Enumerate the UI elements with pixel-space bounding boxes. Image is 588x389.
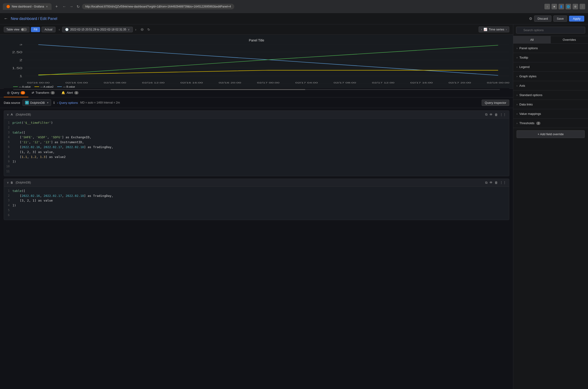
- browser-tab[interactable]: New dashboard - Grafana ×: [3, 3, 52, 10]
- code-line: 3 [3, 2, 1] as value: [4, 198, 509, 203]
- scrollbar-track[interactable]: [13, 89, 500, 90]
- tab-transform-label: Transform: [36, 91, 49, 95]
- time-range-picker[interactable]: 🕐 2022-02-15 20:51:29 to 2022-02-18 02:3…: [62, 27, 133, 32]
- code-line: 6: [4, 213, 509, 218]
- query-block-a-chevron[interactable]: ∨: [7, 113, 9, 116]
- browser-ext-1[interactable]: ↑: [544, 4, 550, 9]
- axis-chevron: ›: [517, 84, 518, 87]
- code-editor-a[interactable]: 1 print('$__timeFilter') 2 3 table([: [4, 119, 509, 176]
- tab-all[interactable]: All: [513, 36, 551, 43]
- tab-close-icon[interactable]: ×: [46, 5, 48, 8]
- datasource-selector[interactable]: D DolphinDB ▾: [23, 99, 51, 106]
- code-editor-b[interactable]: 1 table([ 2 [2022.02.16, 2022.02.17, 202…: [4, 187, 509, 220]
- svg-text:02/16 08:00: 02/16 08:00: [104, 81, 126, 84]
- delete-icon-b[interactable]: 🗑: [495, 181, 498, 184]
- breadcrumb-prefix: New dashboard: [11, 17, 37, 21]
- eye-icon-b[interactable]: 👁: [489, 181, 493, 184]
- fill-button[interactable]: Fill: [31, 27, 40, 32]
- search-options-input[interactable]: [516, 27, 585, 33]
- section-graph-styles: › Graph styles: [513, 72, 588, 81]
- scrollbar-thumb[interactable]: [111, 89, 305, 90]
- panel-type-chevron-right[interactable]: ›: [506, 28, 507, 31]
- refresh-icon[interactable]: ↻: [146, 27, 151, 32]
- section-axis-header[interactable]: › Axis: [513, 81, 588, 90]
- discard-button[interactable]: Discard: [534, 15, 552, 22]
- table-view-toggle[interactable]: Table view: [4, 27, 30, 32]
- code-line: 6 [2022.02.16, 2022.02.17, 2022.02.18] a…: [4, 145, 509, 150]
- svg-text:02/16 12:00: 02/16 12:00: [142, 81, 164, 84]
- svg-text:02/17 20:00: 02/17 20:00: [449, 81, 471, 84]
- top-bar: ← New dashboard / Edit Panel ⚙ Discard S…: [0, 13, 588, 24]
- toggle-switch[interactable]: [21, 28, 27, 31]
- settings-icon[interactable]: ⚙: [529, 16, 532, 21]
- query-meta: MD = auto = 1469 Interval = 2m: [80, 101, 120, 104]
- code-line: 1 print('$__timeFilter'): [4, 121, 509, 125]
- section-standard-options-header[interactable]: › Standard options: [513, 91, 588, 99]
- chart-svg: 3 2.50 2 1.50 1 02/16 00:00 02/16 04:00 …: [4, 44, 509, 84]
- code-line: 2: [4, 125, 509, 130]
- panel-type-selector[interactable]: ‹ 📈 Time series ›: [479, 27, 509, 32]
- tab-overrides[interactable]: Overrides: [551, 36, 588, 43]
- query-block-a-label: A: [11, 113, 13, 116]
- code-line: 10: [4, 164, 509, 169]
- query-options-chevron: ›: [57, 101, 58, 104]
- panel-type-icon: 📈: [484, 28, 487, 31]
- time-prev-button[interactable]: ‹: [57, 27, 61, 32]
- section-value-mappings-header[interactable]: › Value mappings: [513, 109, 588, 118]
- forward-button[interactable]: →: [69, 3, 74, 10]
- browser-ext-4[interactable]: 🌐: [565, 4, 571, 9]
- zoom-out-icon[interactable]: ⊖: [140, 26, 145, 32]
- query-block-b-chevron[interactable]: ∨: [7, 181, 9, 184]
- section-tooltip: › Tooltip: [513, 53, 588, 62]
- data-links-chevron: ›: [517, 103, 518, 106]
- transform-tab-icon: ⇄: [32, 91, 34, 95]
- legend-title: Legend: [519, 65, 529, 69]
- browser-menu[interactable]: ⋮: [580, 4, 585, 9]
- browser-ext-3[interactable]: 👤: [558, 4, 564, 9]
- legend-line-bvalue: [57, 87, 62, 87]
- address-bar[interactable]: http://localhost:8700/d/sQZvI59nk/new-da…: [82, 4, 234, 9]
- chart-canvas: 3 2.50 2 1.50 1 02/16 00:00 02/16 04:00 …: [4, 44, 509, 84]
- new-tab-button[interactable]: +: [53, 3, 60, 10]
- copy-icon[interactable]: ⧉: [485, 112, 488, 116]
- chart-title: Panel Title: [4, 38, 509, 42]
- legend-label-bvalue: — B.value: [63, 85, 75, 88]
- tab-query-badge: 3: [21, 91, 25, 95]
- section-graph-styles-header[interactable]: › Graph styles: [513, 72, 588, 81]
- time-next-button[interactable]: ›: [134, 27, 138, 32]
- reload-button[interactable]: ↻: [76, 3, 81, 10]
- apply-button[interactable]: Apply: [569, 16, 584, 22]
- more-icon-b[interactable]: ⋮⋮: [500, 181, 506, 184]
- graph-styles-title: Graph styles: [519, 74, 536, 78]
- query-tab-icon: ◎: [7, 91, 10, 95]
- more-icon[interactable]: ⋮⋮: [500, 113, 506, 116]
- browser-ext-5[interactable]: ⚙: [573, 4, 578, 9]
- query-inspector-button[interactable]: Query inspector: [482, 99, 509, 106]
- section-panel-options-header[interactable]: › Panel options: [513, 44, 588, 53]
- actual-button[interactable]: Actual: [41, 27, 55, 32]
- section-data-links-header[interactable]: › Data links: [513, 100, 588, 109]
- back-to-dashboard-button[interactable]: ←: [4, 16, 8, 21]
- query-options-toggle[interactable]: › Query options: [57, 101, 78, 104]
- panel-type-chevron-left[interactable]: ‹: [481, 28, 482, 31]
- query-block-b-header: ∨ B (DolphinDB) ⧉ 👁 🗑 ⋮⋮: [4, 179, 509, 187]
- legend-chevron: ›: [517, 65, 518, 69]
- save-button[interactable]: Save: [553, 15, 567, 22]
- browser-icons: ↑ ★ 👤 🌐 ⚙ ⋮: [544, 4, 585, 9]
- query-block-a-actions: ⧉ 👁 🗑 ⋮⋮: [485, 112, 506, 116]
- section-tooltip-header[interactable]: › Tooltip: [513, 53, 588, 62]
- svg-text:02/17 08:00: 02/17 08:00: [334, 81, 356, 84]
- back-button[interactable]: ←: [62, 3, 67, 10]
- legend-item-avalue: — A.value: [13, 85, 31, 88]
- section-legend-header[interactable]: › Legend: [513, 62, 588, 71]
- query-block-a-datasource: (DolphinDB): [16, 113, 31, 116]
- copy-icon-b[interactable]: ⧉: [485, 181, 488, 185]
- delete-icon[interactable]: 🗑: [495, 113, 498, 116]
- add-field-override-button[interactable]: + Add field override: [517, 130, 585, 138]
- legend-label-avalue2: — A.value2: [40, 85, 53, 88]
- browser-ext-2[interactable]: ★: [552, 4, 557, 9]
- svg-text:02/17 04:00: 02/17 04:00: [295, 81, 318, 84]
- datasource-info-icon[interactable]: ℹ: [53, 101, 55, 104]
- section-thresholds-header[interactable]: › Thresholds 2: [513, 119, 588, 128]
- eye-icon[interactable]: 👁: [489, 113, 493, 116]
